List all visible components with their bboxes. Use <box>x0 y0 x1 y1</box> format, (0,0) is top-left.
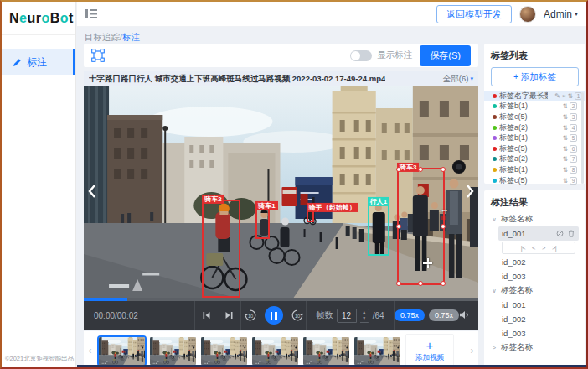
annotation-box[interactable]: 骑手（起始帧） <box>307 208 314 222</box>
tag-list-title: 标签列表 <box>491 49 579 62</box>
strip-left-chevron[interactable]: ‹ <box>86 345 94 356</box>
volume-button[interactable] <box>459 308 478 323</box>
resize-handle[interactable] <box>396 224 401 229</box>
shortcut-icon: ⇅ <box>563 177 568 184</box>
pause-button[interactable] <box>265 306 283 325</box>
pager-button[interactable]: > <box>542 244 545 252</box>
shortcut-key: 7 <box>570 155 577 163</box>
group-name: 标签名称 <box>501 342 533 353</box>
pager-button[interactable]: |< <box>521 244 525 252</box>
back-to-model-dev-button[interactable]: 返回模型开发 <box>436 5 512 23</box>
next-frame-icon[interactable] <box>224 311 234 320</box>
tag-row[interactable]: 标签b(1)⇅8 <box>491 164 579 175</box>
result-group-header[interactable]: >标签名称 <box>491 340 579 355</box>
annotation-box[interactable]: 行人1 <box>368 202 390 256</box>
video-stage[interactable]: 骑车2骑车1骑手（起始帧）行人1骑车3 ↔ <box>84 86 478 298</box>
prev-frame-icon[interactable] <box>202 311 211 320</box>
thumbnail-image <box>354 337 400 365</box>
video-thumbnail[interactable] <box>150 337 196 365</box>
edit-tag-icon[interactable]: ✎ <box>554 92 560 100</box>
step-up-icon[interactable]: ▲ <box>362 309 366 315</box>
show-annotation-toggle[interactable] <box>350 50 372 61</box>
scrollbar[interactable] <box>581 92 584 184</box>
logo-letter: o <box>41 11 49 25</box>
rewind-10-icon[interactable]: 10 <box>244 309 257 322</box>
chevron-right-icon: > <box>491 345 498 351</box>
next-frame-chevron[interactable] <box>466 184 474 199</box>
resize-handle[interactable] <box>441 281 446 286</box>
resize-handle[interactable] <box>441 167 446 172</box>
prev-frame-chevron[interactable] <box>88 184 96 199</box>
resize-handle[interactable] <box>418 167 423 172</box>
trash-icon[interactable] <box>568 230 575 237</box>
tag-row[interactable]: 标签c(5)⇅6 <box>491 143 579 154</box>
results-title: 标注结果 <box>491 196 579 209</box>
resize-handle[interactable] <box>396 167 401 172</box>
sidebar-item-annotate[interactable]: 标注 <box>2 49 75 75</box>
shortcut-icon: ⇅ <box>563 113 568 121</box>
app-window: NeuroBot 标注 ©2021北京矩视智能出品 返回模型开发 Admin ▾… <box>0 0 588 369</box>
tag-row[interactable]: 标签a(2)⇅4 <box>491 122 579 133</box>
tag-row[interactable]: 标签b(1)⇅2 <box>491 101 579 112</box>
username: Admin <box>544 8 572 20</box>
tag-list-card: 标签列表 + 添加标签 标签名字最长数...✎×⇅1标签b(1)⇅2标签c(5)… <box>484 44 585 184</box>
tag-name: 标签a(2) <box>499 122 528 133</box>
tag-row[interactable]: 标签a(2)⇅7 <box>491 154 579 165</box>
annotation-box[interactable]: 骑车2 <box>202 200 240 298</box>
filter-dropdown[interactable]: 全部(6) ▾ <box>443 74 473 85</box>
logo-letter: N <box>9 11 19 25</box>
speed-pill-active[interactable]: 0.75x <box>395 309 425 321</box>
thumbnail-image <box>201 337 247 365</box>
collapse-menu-icon[interactable] <box>85 9 97 18</box>
result-group-header[interactable]: ∨标签名称 <box>491 283 579 298</box>
result-item[interactable]: id_001 <box>498 226 579 241</box>
tag-color-dot <box>493 168 497 172</box>
speed-pill[interactable]: 0.75x <box>429 309 459 321</box>
video-thumbnail[interactable] <box>99 337 145 365</box>
sidebar: NeuroBot 标注 ©2021北京矩视智能出品 <box>2 2 76 367</box>
result-item[interactable]: id_002 <box>491 255 579 269</box>
resize-handle[interactable] <box>418 281 423 286</box>
forward-10-icon[interactable]: 10 <box>291 309 304 322</box>
result-item[interactable]: id_001 <box>491 298 579 312</box>
add-video-button[interactable]: + 添加视频 <box>405 334 454 367</box>
video-thumbnail[interactable] <box>201 337 247 365</box>
resize-handle[interactable] <box>396 281 401 286</box>
delete-tag-icon[interactable]: × <box>562 92 566 100</box>
tag-row[interactable]: 标签名字最长数...✎×⇅1 <box>484 91 585 101</box>
result-item[interactable]: id_003 <box>491 326 579 340</box>
frame-number-input[interactable] <box>337 309 357 323</box>
tag-color-dot <box>493 136 497 140</box>
sidebar-item-label: 标注 <box>27 55 47 70</box>
filter-value: 全部(6) <box>443 74 469 85</box>
shortcut-key: 3 <box>570 113 577 121</box>
annotation-box[interactable]: 骑车3 <box>397 168 445 285</box>
save-button[interactable]: 保存(S) <box>420 45 471 66</box>
step-down-icon[interactable]: ▼ <box>362 315 366 321</box>
video-thumbnail[interactable] <box>303 337 349 365</box>
tag-name: 标签b(1) <box>499 133 528 143</box>
strip-right-chevron[interactable]: › <box>468 345 476 356</box>
logo-letter: B <box>50 11 60 25</box>
tag-row[interactable]: 标签c(5)⇅9 <box>491 175 579 186</box>
frame-stepper[interactable]: ▲▼ <box>360 309 369 323</box>
resize-handle[interactable] <box>441 224 446 229</box>
avatar[interactable] <box>519 6 536 23</box>
tag-row[interactable]: 标签c(5)⇅3 <box>491 112 579 122</box>
hide-icon[interactable] <box>556 230 564 237</box>
breadcrumb-parent[interactable]: 目标追踪 <box>85 32 120 42</box>
thumbnail-image <box>303 337 349 365</box>
result-item[interactable]: id_003 <box>491 269 579 283</box>
tag-row[interactable]: 标签b(1)⇅5 <box>491 133 579 143</box>
bbox-tool-icon[interactable] <box>91 49 105 62</box>
pager-button[interactable]: < <box>532 244 535 252</box>
result-group-header[interactable]: ∨标签名称 <box>491 212 579 226</box>
user-menu[interactable]: Admin ▾ <box>544 8 578 20</box>
pager-button[interactable]: >| <box>552 244 556 252</box>
annotation-box[interactable]: 骑车1 <box>255 206 270 239</box>
result-item[interactable]: id_002 <box>491 312 579 326</box>
tag-color-dot <box>493 157 497 161</box>
video-thumbnail[interactable] <box>354 337 400 365</box>
video-thumbnail[interactable] <box>252 337 298 365</box>
add-tag-button[interactable]: + 添加标签 <box>491 67 579 86</box>
